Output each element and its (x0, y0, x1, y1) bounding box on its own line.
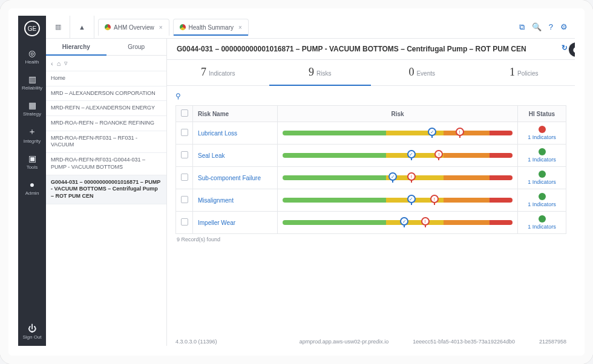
nav-label: Strategy (23, 111, 41, 117)
topbar: ▥ ▲ AHM Overview× Health Summary× ⧉ 🔍 ? … (46, 16, 575, 39)
risk-marker-current-icon: ✓ (388, 172, 397, 181)
health-icon: ◎ (18, 48, 46, 58)
gear-icon[interactable]: ⚙ (560, 22, 568, 32)
hi-indicator-link[interactable]: 1 Indicators (523, 157, 561, 163)
filter-icon[interactable]: ⌂ (57, 60, 61, 67)
row-checkbox[interactable] (176, 167, 193, 189)
col-checkbox[interactable] (176, 106, 193, 122)
refresh-icon[interactable]: ↻ (562, 44, 568, 52)
nav-reliability[interactable]: ▥Reliability (18, 71, 46, 97)
host: apmprod.app.aws-usw02-pr.predix.io (300, 339, 389, 345)
metric-indicators[interactable]: 7Indicators (167, 60, 269, 86)
tree-item[interactable]: MRD-ROA-REFN-RF031-G0044-031 – PUMP - VA… (46, 153, 166, 175)
nav-strategy[interactable]: ▦Strategy (18, 97, 46, 123)
metric-label: Risks (316, 70, 331, 77)
risk-name-cell: Misalignment (193, 189, 278, 212)
nav-signout[interactable]: ⏻Sign Out (18, 320, 46, 346)
tree-item[interactable]: MRD-ROA-REFN-RF031 – RF031 - VACUUM (46, 131, 166, 153)
tab-health-summary[interactable]: Health Summary× (173, 19, 249, 36)
tab-ahm-overview[interactable]: AHM Overview× (98, 19, 169, 36)
col-hi-status[interactable]: HI Status (518, 106, 566, 122)
tree-home[interactable]: Home (46, 71, 166, 86)
table-toolbar-icon[interactable]: ⚲ (175, 92, 566, 100)
sidenav: GE ◎Health ▥Reliability ▦Strategy ＋Integ… (18, 16, 46, 346)
metric-risks[interactable]: 9Risks (269, 60, 372, 86)
risk-marker-current-icon: ✓ (407, 195, 416, 203)
session-id: 1eeecc51-bfa5-4013-be35-73a192264db0 (413, 339, 515, 345)
dashboard-icon[interactable]: ⧉ (519, 22, 525, 32)
risks-table: Risk Name Risk HI Status Lubricant Loss✓… (175, 105, 566, 234)
status-dot-icon (539, 171, 546, 178)
close-icon[interactable]: × (238, 24, 242, 31)
tree-item[interactable]: MRD-REFN – ALEXANDERSON ENERGY (46, 101, 166, 116)
hi-indicator-link[interactable]: 1 Indicators (523, 201, 561, 207)
funnel-icon[interactable]: ▿ (64, 59, 68, 67)
risk-link[interactable]: Seal Leak (198, 152, 224, 159)
metric-value: 7 (201, 66, 206, 78)
chevron-back-icon[interactable]: ‹ (51, 60, 53, 67)
status-dot-icon (539, 215, 546, 223)
page-title-bar: G0044-031 – 000000000001016871 – PUMP - … (167, 39, 575, 60)
col-risk[interactable]: Risk (278, 106, 518, 122)
risk-link[interactable]: Impeller Wear (198, 219, 235, 226)
brand-logo[interactable]: GE (24, 21, 40, 36)
col-risk-name[interactable]: Risk Name (193, 106, 278, 122)
help-icon[interactable]: ? (549, 22, 553, 32)
metric-policies[interactable]: 1Policies (473, 60, 575, 86)
table-row: Seal Leak✓!1 Indicators (176, 145, 566, 167)
tab-label: Health Summary (189, 24, 234, 31)
power-icon: ⏻ (18, 323, 46, 333)
module-icon-2[interactable]: ▲ (70, 16, 94, 38)
tab-group[interactable]: Group (106, 39, 167, 56)
tree-item[interactable]: MRD – ALEXANDERSON CORPORATION (46, 86, 166, 102)
risk-link[interactable]: Misalignment (198, 197, 234, 204)
hi-indicator-link[interactable]: 1 Indicators (523, 134, 561, 140)
status-bar: 4.3.0.3.0 (11396) apmprod.app.aws-usw02-… (167, 336, 575, 346)
hi-status-cell: 1 Indicators (518, 145, 566, 167)
close-icon[interactable]: × (159, 24, 163, 31)
hi-status-cell: 1 Indicators (518, 212, 566, 234)
hi-status-cell: 1 Indicators (518, 167, 566, 189)
hi-indicator-link[interactable]: 1 Indicators (523, 224, 561, 230)
expand-handle-icon[interactable]: ◐ (569, 42, 575, 57)
nav-label: Reliability (22, 85, 42, 91)
risk-gauge: ✓! (283, 131, 513, 135)
row-checkbox[interactable] (176, 122, 193, 145)
module-icon-1[interactable]: ▥ (46, 16, 70, 38)
risk-marker-limit-icon: ! (434, 150, 443, 158)
nav-label: Admin (25, 190, 39, 196)
metric-events[interactable]: 0Events (371, 60, 473, 86)
metric-value: 9 (309, 66, 314, 78)
user-id: 212587958 (539, 339, 566, 345)
version: 4.3.0.3.0 (11396) (175, 339, 217, 345)
tree-item[interactable]: MRD-ROA-REFN – ROANOKE REFINING (46, 116, 166, 131)
risk-marker-current-icon: ✓ (428, 128, 436, 136)
risk-name-cell: Seal Leak (193, 145, 278, 167)
risk-link[interactable]: Lubricant Loss (198, 130, 237, 137)
tree-item-selected[interactable]: G0044-031 – 000000000001016871 – PUMP - … (46, 175, 166, 204)
risk-name-cell: Impeller Wear (193, 212, 278, 234)
nav-health[interactable]: ◎Health (18, 45, 46, 71)
hi-indicator-link[interactable]: 1 Indicators (523, 179, 561, 185)
nav-admin[interactable]: ●Admin (18, 176, 46, 202)
risk-marker-limit-icon: ! (456, 128, 464, 136)
reliability-icon: ▥ (18, 74, 46, 84)
nav-label: Tools (27, 164, 38, 170)
status-dot-icon (180, 24, 186, 30)
records-found: 9 Record(s) found (175, 236, 566, 242)
metric-label: Events (416, 70, 435, 77)
status-dot-icon (539, 193, 546, 200)
metric-value: 0 (408, 66, 414, 78)
row-checkbox[interactable] (176, 145, 193, 167)
hierarchy-panel: Hierarchy Group ‹ ⌂ ▿ Home MRD – ALEXAND… (46, 39, 167, 346)
risk-gauge-cell: ✓! (278, 212, 518, 234)
row-checkbox[interactable] (176, 212, 193, 234)
search-icon[interactable]: 🔍 (532, 22, 542, 32)
row-checkbox[interactable] (176, 189, 193, 212)
nav-tools[interactable]: ▣Tools (18, 150, 46, 176)
nav-integrity[interactable]: ＋Integrity (18, 123, 46, 150)
tab-hierarchy[interactable]: Hierarchy (46, 39, 106, 56)
risk-gauge: ✓! (283, 175, 513, 180)
risk-link[interactable]: Sub-component Failure (198, 175, 261, 181)
risk-gauge-cell: ✓! (278, 189, 518, 212)
